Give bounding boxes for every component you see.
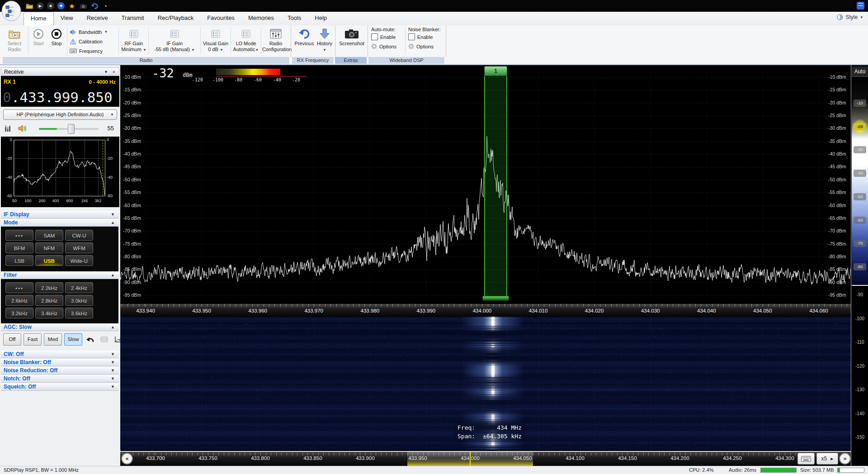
auto-mute-enable[interactable]: Enable — [371, 32, 403, 42]
chevron-down-icon[interactable]: ▼ — [111, 351, 115, 358]
mode-usb[interactable]: USB — [35, 255, 63, 266]
agc-slow[interactable]: Slow — [64, 333, 82, 346]
waterfall-display[interactable]: Freq:434 MHz Span:±64.305 kHz — [120, 317, 851, 450]
rx-channel-marker[interactable]: 1 — [484, 66, 507, 76]
section-if-display[interactable]: IF Display▼ — [1, 211, 118, 218]
app-menu-orb[interactable] — [1, 0, 21, 21]
rx-channel-band[interactable] — [484, 76, 507, 296]
band-navigation-scale[interactable]: 433.700433.750433.800433.850433.900433.9… — [120, 451, 851, 466]
chevron-down-icon[interactable]: ▼ — [111, 383, 115, 391]
agc-fast[interactable]: Fast — [24, 333, 42, 346]
chevron-up-icon[interactable]: ▲ — [111, 271, 115, 279]
play-icon[interactable]: ▶ — [37, 2, 44, 9]
auto-range-button[interactable]: Auto — [852, 66, 868, 77]
filter-2.6khz[interactable]: 2.6kHz — [5, 295, 33, 306]
range-chip[interactable]: -80 — [854, 263, 866, 270]
chevron-up-icon[interactable]: ▲ — [111, 323, 115, 331]
noise-blanker-options[interactable]: Options — [408, 42, 444, 51]
auto-mute-options[interactable]: Options — [371, 42, 403, 51]
range-chip[interactable]: -40 — [854, 170, 866, 177]
section-noise-reduction[interactable]: Noise Reduction: Off▼ — [1, 367, 118, 374]
tab-favourites[interactable]: Favourites — [200, 12, 241, 25]
range-chip[interactable]: -50 — [854, 193, 866, 200]
previous-frequency-button[interactable]: Previous — [293, 26, 315, 56]
agc-monitor-icon[interactable] — [100, 337, 108, 342]
receive-panel-header[interactable]: Receive ▼ × — [1, 67, 119, 76]
agc-off[interactable]: Off — [3, 333, 21, 346]
chevron-down-icon[interactable]: ▼ — [111, 211, 115, 218]
radio-configuration-button[interactable]: RadioConfiguration — [262, 26, 289, 56]
filter-3.4khz[interactable]: 3.4kHz — [35, 308, 63, 318]
camera-icon[interactable] — [79, 2, 87, 10]
stop-button[interactable]: Stop — [48, 26, 65, 56]
tab-tools[interactable]: Tools — [281, 12, 308, 25]
lo-mode-dropdown[interactable]: LO ModeAutomatic▼ — [232, 26, 259, 56]
frequency-button[interactable]: Frequency — [70, 46, 117, 56]
panel-pin-icon[interactable]: ▼ — [104, 68, 108, 76]
audio-device-select[interactable]: HP (Périphérique High Definition Audio) … — [3, 109, 117, 120]
screenshot-button[interactable]: Screenshot — [337, 26, 366, 56]
range-chip[interactable]: -10 — [854, 100, 866, 107]
chevron-down-icon[interactable]: ▼ — [111, 367, 115, 374]
range-chip[interactable]: -60 — [854, 217, 866, 224]
mode-[interactable]: ••• — [5, 230, 33, 241]
tab-memories[interactable]: Memories — [241, 12, 281, 25]
section-mode[interactable]: Mode▲ — [1, 219, 118, 227]
chevron-down-icon[interactable]: ▼ — [111, 359, 115, 366]
mode-sam[interactable]: SAM — [35, 230, 63, 241]
tab-rec-playback[interactable]: Rec/Playback — [151, 12, 200, 25]
filter-2.4khz[interactable]: 2.4kHz — [65, 282, 93, 293]
speaker-icon[interactable] — [18, 125, 27, 132]
filter-3.0khz[interactable]: 3.0kHz — [65, 295, 93, 306]
mode-lsb[interactable]: LSB — [5, 255, 33, 266]
filter-2.8khz[interactable]: 2.8kHz — [35, 295, 63, 306]
undo-icon[interactable] — [90, 2, 99, 10]
bandwidth-button[interactable]: Bandwidth▼ — [70, 27, 117, 37]
mode-wfm[interactable]: WFM — [65, 242, 93, 253]
visual-gain-dropdown[interactable]: Visual Gain0 dB ▼ — [202, 26, 229, 56]
history-dropdown[interactable]: History▼ — [315, 26, 334, 56]
equalizer-icon[interactable] — [5, 125, 12, 132]
spectrum-display[interactable]: -10 dBm-10 dBm-15 dBm-15 dBm-20 dBm-20 d… — [120, 65, 851, 304]
mode-cwu[interactable]: CW-U — [65, 230, 93, 241]
scroll-right-button[interactable]: » — [839, 453, 851, 465]
start-button[interactable]: Start — [30, 26, 47, 56]
range-chip[interactable]: -30 — [854, 146, 866, 153]
mode-wideu[interactable]: Wide-U — [65, 255, 93, 266]
tab-transmit[interactable]: Transmit — [115, 12, 151, 25]
zoom-factor-button[interactable]: x5 ▶ — [816, 453, 838, 465]
visual-range-slider[interactable]: Auto -10-20-30-40-50-60-70-80 -90-100-11… — [851, 65, 868, 466]
calibration-button[interactable]: Calibration — [70, 37, 117, 46]
style-button[interactable]: Style — [845, 14, 858, 20]
undo-arrow-icon[interactable] — [86, 336, 94, 343]
tab-help[interactable]: Help — [308, 12, 334, 25]
keyboard-entry-button[interactable] — [797, 453, 815, 465]
range-chip[interactable]: -70 — [854, 240, 866, 247]
chevron-up-icon[interactable]: ▲ — [111, 219, 115, 227]
section-agc[interactable]: AGC: Slow▲ — [1, 323, 118, 331]
scroll-left-button[interactable]: « — [121, 453, 133, 465]
theme-icon[interactable] — [837, 14, 843, 20]
filter-3.6khz[interactable]: 3.6kHz — [65, 308, 93, 318]
favourites-star-icon[interactable]: ★ — [68, 2, 76, 10]
section-filter[interactable]: Filter▲ — [1, 271, 118, 279]
filter-3.2khz[interactable]: 3.2kHz — [5, 308, 33, 318]
rf-gain-dropdown[interactable]: RF GainMinimum ▼ — [121, 26, 147, 56]
noise-blanker-enable[interactable]: Enable — [408, 32, 444, 42]
section-notch[interactable]: Notch: Off▼ — [1, 375, 118, 383]
section-noise-blanker[interactable]: Noise Blanker: Off▼ — [1, 359, 118, 366]
style-caret-icon[interactable]: ▼ — [860, 15, 863, 19]
select-radio-button[interactable]: Select Radio — [3, 26, 26, 56]
frequency-display[interactable]: 0.433.999.850 — [1, 88, 119, 107]
section-cw[interactable]: CW: Off▼ — [1, 351, 118, 358]
titlebar-right-icon[interactable] — [857, 2, 864, 9]
qat-dropdown-icon[interactable]: ▾ — [102, 2, 110, 10]
auto-mute-enable-checkbox[interactable] — [371, 33, 378, 40]
agc-med[interactable]: Med — [44, 333, 62, 346]
tab-view[interactable]: View — [54, 12, 80, 25]
volume-slider-handle[interactable] — [68, 124, 75, 134]
chevron-down-icon[interactable]: ▼ — [111, 375, 115, 383]
filter-[interactable]: ••• — [5, 282, 33, 293]
rx-channel-foot-marker[interactable] — [482, 296, 509, 301]
add-icon[interactable]: ✚ — [57, 2, 65, 9]
